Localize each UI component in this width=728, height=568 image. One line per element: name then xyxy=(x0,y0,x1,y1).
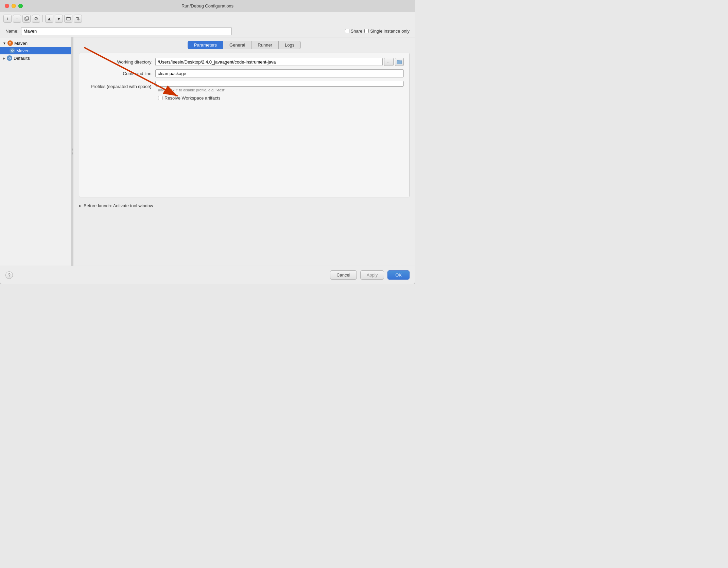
form-panel: Working directory: ... xyxy=(79,53,410,197)
resolve-workspace-checkbox[interactable] xyxy=(158,96,162,100)
working-directory-input-group: ... xyxy=(155,58,404,66)
single-instance-row: Single instance only xyxy=(364,29,410,34)
toolbar-separator-1 xyxy=(42,15,43,22)
tab-runner[interactable]: Runner xyxy=(252,41,279,49)
sidebar-item-maven-label: Maven xyxy=(16,48,30,53)
folder-button[interactable] xyxy=(395,58,404,66)
command-line-label: Command line: xyxy=(85,71,153,76)
resolve-workspace-row: Resolve Workspace artifacts xyxy=(85,95,404,101)
apply-button[interactable]: Apply xyxy=(360,270,384,280)
profiles-input[interactable] xyxy=(155,81,404,87)
help-button[interactable]: ? xyxy=(5,271,13,279)
minimize-button[interactable] xyxy=(12,4,16,8)
profiles-hint: add prefix '!' to disable profile, e.g. … xyxy=(158,88,404,92)
bottom-bar: ? Cancel Apply OK xyxy=(0,266,415,284)
remove-button[interactable]: − xyxy=(13,15,21,23)
maximize-button[interactable] xyxy=(18,4,23,8)
profiles-label: Profiles (separated with space): xyxy=(85,84,153,89)
sort-button[interactable]: ⇅ xyxy=(74,15,82,23)
sidebar: ▼ ⚙ Maven ⚙ Maven ▶ ⚙ Defaults xyxy=(0,37,71,266)
move-up-button[interactable]: ▲ xyxy=(45,15,53,23)
name-label: Name: xyxy=(5,29,18,34)
svg-rect-1 xyxy=(26,17,29,20)
drag-dots xyxy=(72,148,73,155)
tabs-row: Parameters General Runner Logs xyxy=(73,37,415,49)
settings-button[interactable]: ⚙ xyxy=(32,15,40,23)
cancel-button[interactable]: Cancel xyxy=(330,270,357,280)
chevron-down-icon: ▼ xyxy=(3,41,6,45)
window-title: Run/Debug Configurations xyxy=(181,3,233,8)
form-spacer xyxy=(85,104,404,192)
tab-logs[interactable]: Logs xyxy=(279,41,301,49)
help-button-area: ? xyxy=(5,271,13,279)
titlebar: Run/Debug Configurations xyxy=(0,0,415,12)
copy-button[interactable] xyxy=(22,15,31,23)
sidebar-item-maven[interactable]: ⚙ Maven xyxy=(0,47,71,54)
before-launch-label: Before launch: Activate tool window xyxy=(84,203,153,208)
chevron-right-icon: ▶ xyxy=(3,56,5,60)
maven-group-icon: ⚙ xyxy=(7,40,13,46)
single-instance-label: Single instance only xyxy=(370,29,410,34)
working-directory-input[interactable] xyxy=(155,58,383,66)
main-window: Run/Debug Configurations + − ⚙ ▲ ▼ ⇅ Nam… xyxy=(0,0,415,284)
toolbar: + − ⚙ ▲ ▼ ⇅ xyxy=(0,12,415,25)
share-label: Share xyxy=(351,29,363,34)
sidebar-defaults-label: Defaults xyxy=(14,56,30,61)
move-to-folder-button[interactable] xyxy=(64,15,72,23)
main-content: ▼ ⚙ Maven ⚙ Maven ▶ ⚙ Defaults xyxy=(0,37,415,266)
before-launch-section[interactable]: ▶ Before launch: Activate tool window xyxy=(79,201,410,210)
working-directory-label: Working directory: xyxy=(85,59,153,65)
command-line-row: Command line: xyxy=(85,69,404,77)
move-down-button[interactable]: ▼ xyxy=(55,15,63,23)
sidebar-group-maven-label: Maven xyxy=(14,41,28,46)
close-button[interactable] xyxy=(5,4,9,8)
ellipsis-button[interactable]: ... xyxy=(384,58,394,66)
name-row: Name: Share Single instance only xyxy=(0,25,415,37)
working-directory-row: Working directory: ... xyxy=(85,58,404,66)
maven-item-icon: ⚙ xyxy=(10,48,15,53)
single-instance-checkbox[interactable] xyxy=(364,29,369,33)
sidebar-item-defaults[interactable]: ▶ ⚙ Defaults xyxy=(0,54,71,62)
tab-parameters[interactable]: Parameters xyxy=(188,41,223,49)
share-checkbox[interactable] xyxy=(345,29,349,33)
defaults-icon: ⚙ xyxy=(7,55,12,61)
name-input[interactable] xyxy=(21,27,232,35)
tab-general[interactable]: General xyxy=(223,41,252,49)
before-launch-chevron-icon: ▶ xyxy=(79,204,82,208)
right-panel-wrapper: Parameters General Runner Logs Working d… xyxy=(73,37,415,266)
share-row: Share xyxy=(345,29,363,34)
name-right: Share Single instance only xyxy=(345,29,410,34)
resolve-workspace-label: Resolve Workspace artifacts xyxy=(164,95,221,101)
traffic-lights xyxy=(5,4,23,8)
right-panel: Parameters General Runner Logs Working d… xyxy=(73,37,415,266)
ok-button[interactable]: OK xyxy=(387,270,410,280)
command-line-input[interactable] xyxy=(155,69,404,77)
profiles-row: Profiles (separated with space): add pre… xyxy=(85,81,404,92)
sidebar-group-maven[interactable]: ▼ ⚙ Maven xyxy=(0,39,71,47)
add-button[interactable]: + xyxy=(3,15,12,23)
